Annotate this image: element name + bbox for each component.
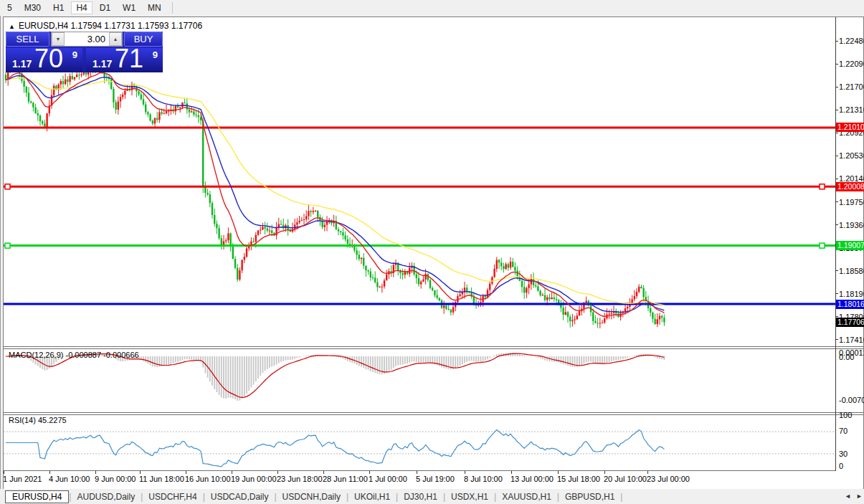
chart-tab-bar: EURUSD,H4 |AUDUSD,Daily|USDCHF,H4|USDCAD…: [0, 489, 864, 504]
price-axis-tick: [835, 87, 838, 87]
price-axis-label: 1.20530: [839, 151, 864, 160]
panel-separator[interactable]: [3, 412, 863, 413]
price-axis-tick: [835, 133, 838, 133]
time-axis-label: 20 Jul 10:00: [604, 475, 647, 483]
time-axis-tick: [323, 471, 324, 474]
time-axis-tick: [4, 471, 4, 474]
rsi-panel-canvas[interactable]: [4, 415, 835, 470]
sell-price-prefix: 1.17: [12, 58, 32, 70]
chart-tab-usdchf-h4[interactable]: USDCHF,H4: [143, 491, 202, 503]
tab-scroll-left-icon[interactable]: ◄: [845, 493, 851, 500]
horizontal-lines[interactable]: [4, 128, 835, 304]
time-axis-label: 4 Jun 10:00: [49, 475, 90, 483]
price-badge-1.19007: 1.19007: [836, 241, 864, 250]
price-axis-label: 1.18580: [839, 267, 864, 275]
timeframe-button-5[interactable]: 5: [2, 1, 17, 14]
time-axis-label: 8 Jul 10:00: [464, 475, 503, 483]
time-axis-line: [3, 470, 835, 471]
sell-price-pip: 9: [72, 49, 77, 60]
rsi-axis-label: 30: [839, 450, 848, 458]
time-axis-tick: [465, 471, 465, 474]
time-axis-label: 16 Jun 10:00: [185, 475, 231, 483]
price-axis-tick: [835, 64, 838, 65]
timeframe-button-h4[interactable]: H4: [71, 1, 92, 14]
ma-line-25: [6, 76, 664, 313]
price-axis-tick: [835, 110, 838, 110]
time-axis-label: 9 Jun 00:00: [95, 475, 136, 483]
timeframe-button-w1[interactable]: W1: [118, 1, 141, 14]
toolbar-separator: [172, 2, 173, 14]
macd-axis-min: -0.00707: [839, 396, 864, 404]
timeframe-button-m30[interactable]: M30: [19, 1, 46, 14]
time-axis-label: 23 Jun 18:00: [277, 475, 323, 483]
price-badge-1.17706: 1.17706: [836, 318, 864, 327]
chart-tab-audusd-daily[interactable]: AUDUSD,Daily: [71, 491, 141, 503]
time-axis-tick: [186, 471, 186, 474]
time-axis-tick: [647, 471, 648, 474]
time-axis-tick: [95, 471, 96, 474]
price-badge-1.21010: 1.21010: [836, 123, 864, 132]
time-axis-tick: [232, 471, 232, 474]
time-axis-tick: [49, 471, 50, 474]
price-axis-tick: [835, 293, 838, 294]
price-axis-label: 1.19750: [839, 198, 864, 206]
buy-price-pip: 9: [153, 49, 158, 60]
time-axis-tick: [604, 471, 605, 474]
price-axis-label: 1.22480: [839, 37, 864, 45]
tab-eurusd-h4[interactable]: EURUSD,H4: [5, 490, 69, 503]
time-axis-tick: [140, 471, 141, 474]
buy-price-main: 71: [115, 44, 143, 74]
chart-tab-usdcnh-daily[interactable]: USDCNH,Daily: [277, 491, 346, 503]
price-axis-label: 1.22090: [839, 60, 864, 68]
price-badge-1.18016: 1.18016: [836, 300, 864, 309]
time-axis-label: 11 Jun 18:00: [139, 475, 184, 483]
price-axis-tick: [835, 339, 838, 340]
macd-label: MACD(12,26,9) -0.000887 -0.000666: [9, 351, 139, 359]
price-axis-tick: [835, 224, 838, 225]
price-axis-tick: [835, 179, 838, 179]
time-axis-label: 1 Jun 2021: [3, 475, 42, 483]
timeframe-button-d1[interactable]: D1: [95, 1, 115, 14]
sell-price-main: 70: [34, 44, 63, 74]
chart-title: ▲EURUSD,H4 1.17594 1.17731 1.17593 1.177…: [9, 21, 202, 31]
rsi-axis-label: 0: [839, 462, 843, 470]
buy-price-prefix: 1.17: [92, 58, 112, 70]
time-axis-label: 19 Jun 00:00: [231, 475, 277, 483]
timeframe-toolbar: 5M30H1H4D1W1MN: [0, 0, 864, 16]
chart-tab-gbpusd-h1[interactable]: GBPUSD,H1: [559, 491, 620, 503]
time-axis-label: 5 Jul 19:00: [416, 475, 455, 483]
chart-tab-usdx-h1[interactable]: USDX,H1: [445, 491, 494, 503]
time-axis-label: 15 Jul 18:00: [557, 475, 600, 483]
price-badge-1.20008: 1.20008: [836, 182, 864, 191]
chart-tab-xauusd-h1[interactable]: XAUUSD,H1: [496, 491, 557, 503]
buy-price-panel[interactable]: 1.17 71 9: [86, 48, 163, 72]
collapse-triangle-icon[interactable]: ▲: [9, 23, 15, 30]
sell-price-panel[interactable]: 1.17 70 9: [6, 48, 82, 72]
rsi-line: [6, 430, 664, 467]
ma-line-13: [6, 72, 664, 316]
price-axis-label: 1.19360: [839, 221, 864, 229]
time-axis-label: 28 Jun 11:00: [323, 475, 368, 483]
rsi-axis-label: 100: [839, 411, 852, 419]
window-left-edge: [0, 16, 1, 489]
chart-tab-dj30-h1[interactable]: DJ30,H1: [398, 491, 443, 503]
rsi-label: RSI(14) 45.2275: [9, 416, 67, 424]
timeframe-button-h1[interactable]: H1: [48, 1, 69, 14]
tab-scroll-right-icon[interactable]: ►: [856, 493, 863, 500]
price-axis-label: 1.17410: [839, 336, 864, 344]
price-axis-tick: [835, 156, 838, 156]
price-axis-tick: [835, 201, 838, 202]
chart-tab-usdcad-daily[interactable]: USDCAD,Daily: [205, 491, 275, 503]
volume-input[interactable]: 3.00: [65, 32, 109, 46]
panel-separator[interactable]: [3, 346, 863, 347]
rsi-axis-label: 70: [839, 427, 848, 435]
time-axis-tick: [558, 471, 559, 474]
chart-tab-ukoil-h1[interactable]: UKOil,H1: [348, 491, 396, 503]
time-axis-label: 13 Jul 00:00: [511, 475, 554, 483]
timeframe-button-mn[interactable]: MN: [143, 1, 166, 14]
time-axis-label: 1 Jul 00:00: [369, 475, 407, 483]
one-click-trading-widget: SELL ▼ 3.00 ▲ BUY 1.17 70 9 1.17 71 9: [6, 32, 163, 72]
tab-separator: |: [620, 492, 622, 502]
ma-line-58: [6, 78, 664, 306]
time-axis-tick: [511, 471, 512, 474]
